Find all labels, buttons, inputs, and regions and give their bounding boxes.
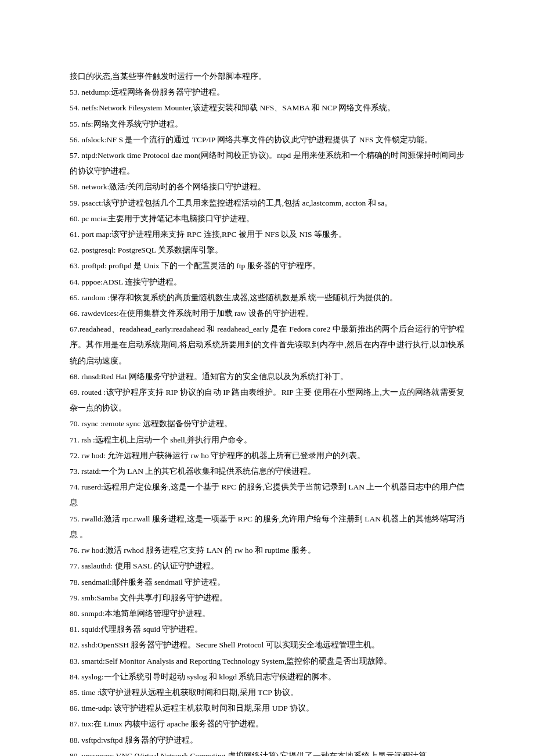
document-line: 57. ntpd:Network time Protocol dae mon(网…: [70, 147, 464, 179]
document-line: 63. proftpd: proftpd 是 Unix 下的一个配置灵活的 ft…: [70, 258, 464, 273]
document-line: 68. rhnsd:Red Hat 网络服务守护进程。通知官方的安全信息以及为系…: [70, 369, 464, 384]
document-line: 61. port map:该守护进程用来支持 RPC 连接,RPC 被用于 NF…: [70, 226, 464, 242]
document-line: 56. nfslock:NF S 是一个流行的通过 TCP/IP 网络共享文件的…: [70, 132, 464, 147]
document-line: 79. smb:Samba 文件共享/打印服务守护进程。: [70, 590, 464, 606]
document-line: 87. tux:在 Linux 内核中运行 apache 服务器的守护进程。: [70, 716, 464, 732]
document-line: 64. pppoe:ADSL 连接守护进程。: [70, 274, 464, 290]
document-line: 70. rsync :remote sync 远程数据备份守护进程。: [70, 416, 464, 431]
document-line: 62. postgresql: PostgreSQL 关系数据库引擎。: [70, 242, 464, 258]
document-line: 83. smartd:Self Monitor Analysis and Rep…: [70, 653, 464, 669]
document-line: 73. rstatd:一个为 LAN 上的其它机器收集和提供系统信息的守候进程。: [70, 463, 464, 479]
document-line: 60. pc mcia:主要用于支持笔记本电脑接口守护进程。: [70, 211, 464, 226]
document-line: 72. rw hod: 允许远程用户获得运行 rw ho 守护程序的机器上所有已…: [70, 448, 464, 463]
document-line: 81. squid:代理服务器 squid 守护进程。: [70, 621, 464, 637]
document-line: 71. rsh :远程主机上启动一个 shell,并执行用户命令。: [70, 432, 464, 448]
document-line: 58. network:激活/关闭启动时的各个网络接口守护进程。: [70, 179, 464, 195]
document-line: 76. rw hod:激活 rwhod 服务进程,它支持 LAN 的 rw ho…: [70, 542, 464, 558]
document-page: 接口的状态,当某些事件触发时运行一个外部脚本程序。53. netdump:远程网…: [0, 0, 534, 756]
document-line: 65. random :保存和恢复系统的高质量随机数生成器,这些随机数是系 统一…: [70, 290, 464, 305]
document-line: 55. nfs:网络文件系统守护进程。: [70, 116, 464, 132]
document-line: 69. routed :该守护程序支持 RIP 协议的自动 IP 路由表维护。R…: [70, 384, 464, 416]
document-line: 接口的状态,当某些事件触发时运行一个外部脚本程序。: [70, 69, 464, 84]
document-line: 67.readahead、readahead_early:readahead 和…: [70, 321, 464, 369]
document-line: 54. netfs:Network Filesystem Mounter,该进程…: [70, 100, 464, 116]
document-line: 88. vsftpd:vsftpd 服务器的守护进程。: [70, 732, 464, 748]
document-line: 85. time :该守护进程从远程主机获取时间和日期,采用 TCP 协议。: [70, 685, 464, 700]
document-line: 66. rawdevices:在使用集群文件系统时用于加载 raw 设备的守护进…: [70, 305, 464, 321]
document-line: 80. snmpd:本地简单网络管理守护进程。: [70, 606, 464, 621]
document-line: 77. saslauthd: 使用 SASL 的认证守护进程。: [70, 558, 464, 574]
document-line: 86. time-udp: 该守护进程从远程主机获取时间和日期,采用 UDP 协…: [70, 700, 464, 716]
document-line: 89. vncserver: VNC (Virtual Network Comp…: [70, 748, 464, 756]
document-line: 74. ruserd:远程用户定位服务,这是一个基于 RPC 的服务,它提供关于…: [70, 479, 464, 510]
document-line: 78. sendmail:邮件服务器 sendmail 守护进程。: [70, 574, 464, 590]
document-line: 75. rwalld:激活 rpc.rwall 服务进程,这是一项基于 RPC …: [70, 511, 464, 542]
document-line: 53. netdump:远程网络备份服务器守护进程。: [70, 84, 464, 100]
document-line: 84. syslog:一个让系统引导时起动 syslog 和 klogd 系统日…: [70, 669, 464, 685]
document-line: 82. sshd:OpenSSH 服务器守护进程。Secure Shell Pr…: [70, 637, 464, 653]
document-line: 59. psacct:该守护进程包括几个工具用来监控进程活动的工具,包括 ac,…: [70, 195, 464, 211]
